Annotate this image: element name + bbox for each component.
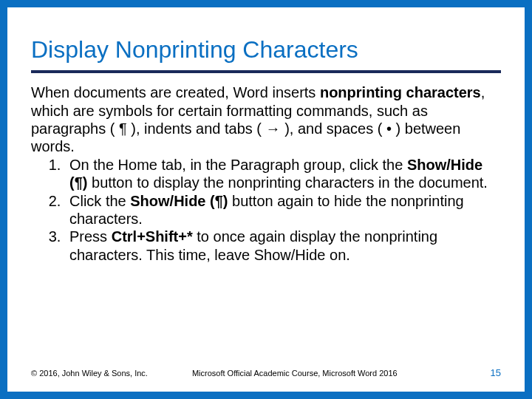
step-seg: On the Home tab, in the Paragraph group,… xyxy=(69,157,407,173)
step-seg: button to display the nonprinting charac… xyxy=(87,174,487,191)
steps-list: On the Home tab, in the Paragraph group,… xyxy=(65,156,501,264)
intro-seg1: When documents are created, Word inserts xyxy=(31,84,320,100)
step-seg: Click the xyxy=(69,193,130,209)
footer-page-number: 15 xyxy=(491,367,501,378)
slide-footer: © 2016, John Wiley & Sons, Inc. Microsof… xyxy=(15,367,517,378)
title-underline xyxy=(31,70,501,73)
intro-paragraph: When documents are created, Word inserts… xyxy=(31,83,501,156)
step-bold: Ctrl+Shift+* xyxy=(112,228,193,245)
step-item: Press Ctrl+Shift+* to once again display… xyxy=(65,228,501,264)
step-item: On the Home tab, in the Paragraph group,… xyxy=(65,156,501,192)
intro-bold: nonprinting characters xyxy=(320,84,481,100)
slide: Display Nonprinting Characters When docu… xyxy=(0,0,532,399)
footer-course: Microsoft Official Academic Course, Micr… xyxy=(148,369,491,378)
step-seg: Press xyxy=(69,228,112,245)
body-text: When documents are created, Word inserts… xyxy=(31,83,501,264)
slide-title: Display Nonprinting Characters xyxy=(31,37,501,63)
footer-copyright: © 2016, John Wiley & Sons, Inc. xyxy=(31,369,148,378)
step-bold: Show/Hide (¶) xyxy=(130,193,228,209)
content-area: Display Nonprinting Characters When docu… xyxy=(7,7,525,264)
step-item: Click the Show/Hide (¶) button again to … xyxy=(65,192,501,228)
